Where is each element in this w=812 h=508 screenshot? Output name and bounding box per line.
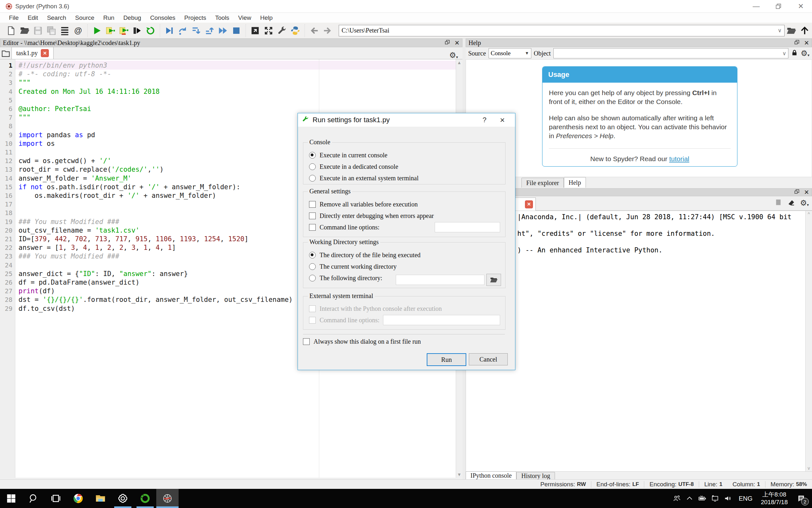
undock-icon[interactable] (794, 189, 800, 196)
step-out-icon[interactable] (203, 24, 216, 37)
menu-source[interactable]: Source (71, 13, 99, 23)
battery-icon[interactable] (696, 489, 709, 508)
run-button[interactable]: Run (427, 353, 466, 366)
object-combo[interactable]: ∨ (553, 48, 789, 58)
dialog-title-bar[interactable]: Run settings for task1.py ? × (298, 113, 515, 127)
action-center-icon[interactable]: 2 (793, 489, 809, 508)
python-path-icon[interactable] (289, 24, 302, 37)
tab-help[interactable]: Help (564, 177, 586, 187)
debug-icon[interactable] (163, 24, 176, 37)
people-icon[interactable] (670, 489, 683, 508)
console-options-icon[interactable]: ⚙▾ (800, 199, 809, 207)
console-scrollbar[interactable]: ^ v (805, 211, 812, 471)
console-execute-option-2[interactable]: Execute in an external system terminal (309, 173, 418, 183)
scroll-down-arrow[interactable]: v (808, 466, 810, 471)
scroll-up-arrow[interactable]: ^ (808, 212, 810, 217)
taskbar-chrome-icon[interactable] (67, 489, 89, 508)
minimize-button[interactable]: — (745, 0, 767, 13)
working-directory-option-1[interactable]: The current working directory (309, 261, 397, 272)
lock-icon[interactable] (791, 49, 798, 57)
radio-icon[interactable] (309, 275, 316, 282)
run-cell-advance-icon[interactable] (117, 24, 130, 37)
close-console-tab-icon[interactable]: ✕ (525, 200, 533, 208)
restore-button[interactable] (767, 0, 790, 13)
undock-icon[interactable] (445, 40, 450, 46)
menu-consoles[interactable]: Consoles (146, 13, 180, 23)
source-select[interactable]: Console ▼ (489, 48, 531, 58)
maximize-pane-icon[interactable] (249, 24, 262, 37)
working-directory-option-0[interactable]: The directory of the file being executed (309, 250, 421, 260)
stop-debug-icon[interactable] (230, 24, 243, 37)
taskbar-taskview-icon[interactable] (45, 489, 67, 508)
taskbar-settings-icon[interactable] (111, 489, 134, 508)
menu-tools[interactable]: Tools (211, 13, 234, 23)
open-file-icon[interactable] (18, 24, 31, 37)
interrupt-kernel-icon[interactable] (774, 198, 783, 208)
save-all-icon[interactable] (45, 24, 58, 37)
menu-help[interactable]: Help (256, 13, 277, 23)
step-over-icon[interactable] (176, 24, 189, 37)
taskbar-search-icon[interactable] (22, 489, 45, 508)
menu-run[interactable]: Run (99, 13, 119, 23)
tab-file-explorer[interactable]: File explorer (522, 178, 564, 187)
file-switcher-icon[interactable] (58, 24, 72, 37)
cancel-button[interactable]: Cancel (469, 353, 508, 365)
rerun-icon[interactable] (144, 24, 157, 37)
radio-icon[interactable] (309, 175, 316, 181)
help-options-icon[interactable]: ⚙▾ (801, 49, 809, 57)
close-button[interactable]: ✕ (790, 0, 812, 13)
browse-tabs-icon[interactable] (0, 48, 11, 59)
radio-icon[interactable] (309, 152, 316, 159)
enter-debugging-checkbox[interactable]: Directly enter debugging when errors app… (309, 210, 434, 221)
tab-task1py[interactable]: task1.py ✕ (11, 47, 54, 59)
dialog-close-button[interactable]: × (493, 113, 511, 127)
speaker-icon[interactable] (721, 489, 734, 508)
parent-directory-button[interactable] (798, 24, 811, 37)
run-cell-icon[interactable] (104, 24, 117, 37)
menu-view[interactable]: View (234, 13, 256, 23)
clear-console-icon[interactable] (787, 198, 796, 208)
tutorial-link[interactable]: tutorial (669, 155, 689, 162)
taskbar-win-icon[interactable] (0, 489, 22, 508)
taskbar-spyder-icon[interactable] (156, 489, 179, 508)
console-execute-option-0[interactable]: Execute in current console (309, 150, 388, 161)
run-selection-icon[interactable] (130, 24, 144, 37)
command-line-options-field[interactable] (435, 222, 500, 232)
command-line-options-checkbox[interactable]: Command line options: (309, 222, 379, 232)
close-tab-icon[interactable]: ✕ (41, 49, 49, 57)
working-directory-option-2[interactable]: The following directory: (309, 272, 382, 283)
tab-history-log[interactable]: History log (516, 472, 555, 479)
menu-debug[interactable]: Debug (119, 13, 146, 23)
close-panel-icon[interactable]: ✕ (804, 39, 809, 47)
working-directory-combo[interactable]: C:\Users\PeterTsai ∨ (339, 25, 784, 36)
fullscreen-icon[interactable] (262, 24, 275, 37)
preferences-icon[interactable] (275, 24, 289, 37)
browse-directory-button[interactable] (784, 24, 798, 37)
undock-icon[interactable] (794, 40, 800, 46)
clock[interactable]: 上午8:08 2018/7/18 (757, 491, 792, 506)
editor-options-icon[interactable]: ⚙▾ (449, 51, 458, 59)
following-directory-field[interactable] (396, 275, 485, 285)
remove-variables-checkbox[interactable]: Remove all variables before execution (309, 199, 418, 210)
save-icon[interactable] (31, 24, 45, 37)
chevron-down-icon[interactable]: ∨ (778, 27, 782, 34)
language-indicator[interactable]: ENG (735, 495, 756, 502)
tab-ipython-console[interactable]: IPython console (466, 471, 516, 479)
close-panel-icon[interactable]: ✕ (454, 39, 460, 47)
new-file-icon[interactable] (4, 24, 18, 37)
network-icon[interactable] (709, 489, 721, 508)
at-symbol-icon[interactable]: @ (72, 24, 85, 37)
radio-icon[interactable] (309, 163, 316, 170)
menu-file[interactable]: File (4, 13, 23, 23)
continue-icon[interactable] (216, 24, 230, 37)
browse-folder-button[interactable] (486, 274, 501, 286)
radio-icon[interactable] (309, 252, 316, 258)
console-execute-option-1[interactable]: Execute in a dedicated console (309, 161, 398, 172)
menu-edit[interactable]: Edit (23, 13, 43, 23)
back-icon[interactable] (308, 24, 321, 37)
menu-search[interactable]: Search (42, 13, 71, 23)
forward-icon[interactable] (321, 24, 334, 37)
taskbar-explorer-icon[interactable] (89, 489, 111, 508)
chevron-up-icon[interactable] (683, 489, 696, 508)
always-show-dialog-checkbox[interactable]: Always show this dialog on a first file … (303, 336, 421, 347)
